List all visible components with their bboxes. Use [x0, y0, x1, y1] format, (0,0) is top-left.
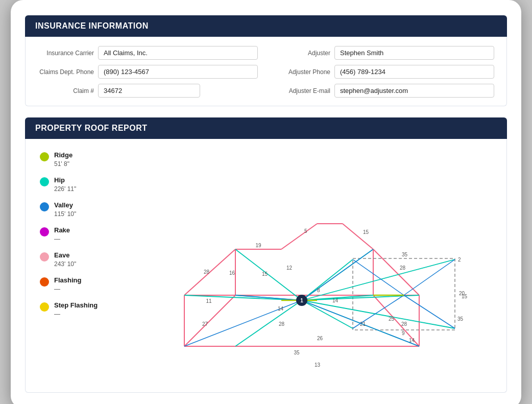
svg-text:5: 5	[304, 228, 307, 234]
eave-measurement: 243' 10"	[54, 260, 76, 268]
claim-number-input[interactable]	[98, 84, 200, 98]
svg-text:9: 9	[402, 330, 405, 336]
eave-dot	[40, 252, 49, 262]
hip-dot	[40, 177, 49, 186]
flashing-name: Flashing	[54, 276, 81, 284]
adjuster-email-row: Adjuster E-mail	[274, 84, 494, 98]
claim-number-row: Claim #	[38, 84, 258, 98]
svg-line-36	[235, 249, 302, 300]
svg-text:11: 11	[206, 298, 212, 304]
svg-text:14: 14	[332, 298, 338, 303]
svg-line-38	[235, 300, 302, 346]
ridge-measurement: 51' 8"	[54, 160, 69, 168]
step-flashing-text: Step Flashing —	[54, 301, 98, 318]
svg-text:35: 35	[294, 350, 300, 355]
legend-item-eave: Eave 243' 10"	[40, 251, 108, 268]
svg-line-50	[302, 249, 373, 300]
svg-line-45	[302, 259, 455, 300]
valley-text: Valley 115' 10"	[54, 201, 76, 218]
svg-text:15: 15	[462, 294, 468, 299]
hip-name: Hip	[54, 176, 76, 184]
svg-text:21: 21	[360, 321, 366, 327]
svg-text:28: 28	[279, 321, 285, 327]
flashing-text: Flashing —	[54, 276, 81, 293]
claims-phone-row: Claims Dept. Phone	[38, 65, 258, 79]
insurance-header: INSURANCE INFORMATION	[25, 15, 507, 37]
legend-item-flashing: Flashing —	[40, 276, 108, 293]
insurance-title: INSURANCE INFORMATION	[35, 21, 497, 31]
adjuster-phone-label: Adjuster Phone	[274, 68, 330, 76]
svg-text:28: 28	[204, 269, 210, 275]
roof-title: PROPERTY ROOF REPORT	[35, 124, 497, 133]
svg-text:28: 28	[401, 321, 407, 327]
svg-text:26: 26	[317, 336, 323, 341]
roof-body: Ridge 51' 8" Hip 226' 11" Valley 115'	[25, 139, 507, 393]
flashing-dot	[40, 277, 49, 287]
legend-item-valley: Valley 115' 10"	[40, 201, 108, 218]
svg-text:25: 25	[389, 316, 395, 322]
svg-line-51	[404, 259, 455, 295]
step-flashing-measurement: —	[54, 311, 60, 318]
svg-text:2: 2	[458, 257, 461, 263]
roof-header: PROPERTY ROOF REPORT	[25, 117, 507, 139]
svg-line-13	[373, 249, 419, 295]
step-flashing-name: Step Flashing	[54, 301, 98, 309]
insurance-section: INSURANCE INFORMATION Insurance Carrier …	[25, 15, 507, 106]
ridge-name: Ridge	[54, 151, 72, 159]
device-frame: INSURANCE INFORMATION Insurance Carrier …	[11, 0, 521, 404]
claims-phone-label: Claims Dept. Phone	[38, 68, 94, 76]
svg-line-46	[302, 300, 455, 328]
svg-text:15: 15	[363, 229, 369, 235]
insurance-body: Insurance Carrier Claims Dept. Phone Cla…	[25, 37, 507, 106]
legend-item-rake: Rake —	[40, 226, 108, 243]
hip-measurement: 226' 11"	[54, 185, 76, 193]
svg-text:13: 13	[315, 362, 321, 368]
svg-line-4	[184, 249, 235, 295]
roof-svg: 35 28 19 5	[112, 147, 501, 387]
svg-text:14: 14	[278, 306, 284, 312]
roof-diagram: 35 28 19 5	[112, 147, 501, 387]
svg-line-8	[281, 224, 317, 249]
svg-line-43	[302, 259, 353, 300]
svg-text:28: 28	[400, 265, 406, 271]
svg-text:12: 12	[286, 265, 293, 271]
rake-dot	[40, 227, 49, 236]
rake-text: Rake —	[54, 226, 70, 243]
adjuster-input[interactable]	[334, 46, 494, 60]
svg-text:35: 35	[457, 316, 464, 322]
svg-line-11	[343, 224, 373, 249]
svg-text:27: 27	[202, 321, 208, 327]
svg-text:15: 15	[262, 271, 268, 277]
ridge-dot	[40, 152, 49, 161]
legend-item-hip: Hip 226' 11"	[40, 176, 108, 193]
valley-dot	[40, 202, 49, 211]
adjuster-phone-row: Adjuster Phone	[274, 65, 494, 79]
adjuster-email-input[interactable]	[334, 84, 494, 98]
insurance-carrier-row: Insurance Carrier	[38, 46, 258, 60]
eave-name: Eave	[54, 251, 76, 259]
adjuster-phone-input[interactable]	[334, 65, 494, 79]
eave-text: Eave 243' 10"	[54, 251, 76, 268]
insurance-form-grid: Insurance Carrier Claims Dept. Phone Cla…	[38, 46, 494, 98]
adjuster-label: Adjuster	[274, 50, 330, 57]
valley-measurement: 115' 10"	[54, 210, 76, 218]
insurance-right-col: Adjuster Adjuster Phone Adjuster E-mail	[274, 46, 494, 98]
claims-phone-input[interactable]	[98, 65, 258, 79]
insurance-carrier-input[interactable]	[98, 46, 258, 60]
rake-name: Rake	[54, 226, 70, 234]
adjuster-email-label: Adjuster E-mail	[274, 87, 330, 94]
svg-line-53	[353, 259, 404, 295]
flashing-measurement: —	[54, 286, 60, 293]
claim-number-label: Claim #	[38, 87, 94, 94]
roof-legend: Ridge 51' 8" Hip 226' 11" Valley 115'	[31, 147, 112, 387]
insurance-carrier-label: Insurance Carrier	[38, 50, 94, 57]
ridge-text: Ridge 51' 8"	[54, 151, 72, 168]
svg-text:8: 8	[317, 288, 320, 293]
insurance-left-col: Insurance Carrier Claims Dept. Phone Cla…	[38, 46, 258, 98]
legend-item-step-flashing: Step Flashing —	[40, 301, 108, 318]
svg-line-44	[302, 300, 353, 328]
valley-name: Valley	[54, 201, 76, 209]
svg-text:16: 16	[229, 270, 235, 276]
legend-item-ridge: Ridge 51' 8"	[40, 151, 108, 168]
step-flashing-dot	[40, 302, 49, 312]
